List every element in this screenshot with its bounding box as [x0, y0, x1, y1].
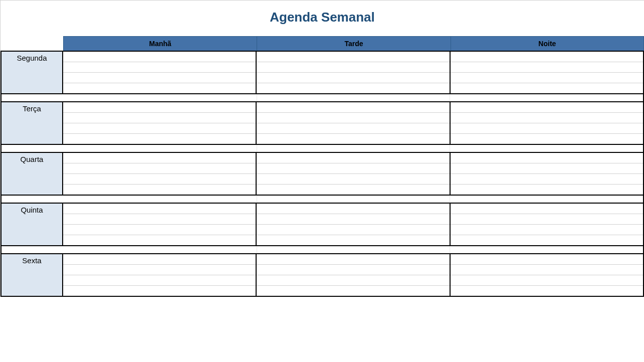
- slot-line[interactable]: [451, 254, 643, 265]
- slot-line[interactable]: [63, 286, 256, 296]
- day-block-sexta: Sexta: [1, 253, 644, 297]
- day-block-terca: Terça: [1, 101, 644, 152]
- slot-line[interactable]: [257, 185, 449, 195]
- slot-col-night[interactable]: [451, 204, 644, 245]
- slot-line[interactable]: [257, 204, 449, 214]
- slot-lines: [257, 52, 449, 93]
- slot-line[interactable]: [63, 265, 256, 275]
- slot-col-night[interactable]: [451, 254, 644, 296]
- slot-line[interactable]: [63, 153, 256, 163]
- day-spacer: [1, 145, 644, 152]
- slot-lines: [451, 153, 643, 195]
- slot-line[interactable]: [451, 214, 643, 225]
- slot-line[interactable]: [451, 204, 643, 214]
- slot-line[interactable]: [63, 275, 256, 286]
- slot-line[interactable]: [257, 52, 449, 62]
- slot-line[interactable]: [63, 83, 256, 93]
- slot-line[interactable]: [63, 62, 256, 73]
- slot-line[interactable]: [451, 286, 643, 296]
- slot-line[interactable]: [63, 225, 256, 235]
- slot-line[interactable]: [63, 174, 256, 185]
- slot-line[interactable]: [451, 73, 643, 83]
- slot-lines: [257, 254, 449, 296]
- slot-line[interactable]: [257, 62, 449, 73]
- slot-line[interactable]: [257, 174, 449, 185]
- slot-line[interactable]: [451, 185, 643, 195]
- weekly-agenda-sheet: Agenda Semanal Manhã Tarde Noite Segunda: [0, 0, 644, 297]
- slot-line[interactable]: [63, 254, 256, 265]
- slot-line[interactable]: [451, 235, 643, 245]
- slot-col-night[interactable]: [451, 153, 644, 195]
- slot-line[interactable]: [63, 52, 256, 62]
- day-spacer: [1, 196, 644, 203]
- slot-line[interactable]: [451, 153, 643, 163]
- slot-line[interactable]: [63, 235, 256, 245]
- slot-col-morning[interactable]: [63, 204, 257, 245]
- slot-col-afternoon[interactable]: [257, 102, 450, 144]
- day-label: Sexta: [22, 256, 41, 265]
- slot-col-night[interactable]: [451, 52, 644, 93]
- slot-line[interactable]: [257, 153, 449, 163]
- slot-col-morning[interactable]: [63, 52, 257, 93]
- period-header-morning: Manhã: [63, 36, 257, 51]
- slot-line[interactable]: [257, 225, 449, 235]
- page-title: Agenda Semanal: [270, 10, 375, 25]
- slot-line[interactable]: [257, 134, 449, 144]
- slot-line[interactable]: [257, 254, 449, 265]
- slot-line[interactable]: [63, 113, 256, 123]
- slot-col-afternoon[interactable]: [257, 204, 450, 245]
- slot-col-morning[interactable]: [63, 153, 257, 195]
- slot-line[interactable]: [451, 113, 643, 123]
- day-block-quarta: Quarta: [1, 152, 644, 203]
- slot-line[interactable]: [63, 214, 256, 225]
- slot-line[interactable]: [257, 214, 449, 225]
- slot-line[interactable]: [257, 286, 449, 296]
- slot-line[interactable]: [63, 163, 256, 174]
- slot-line[interactable]: [63, 73, 256, 83]
- day-grid: Quinta: [1, 203, 644, 246]
- slot-line[interactable]: [257, 163, 449, 174]
- slot-line[interactable]: [451, 174, 643, 185]
- slot-line[interactable]: [63, 134, 256, 144]
- slot-lines: [257, 204, 449, 245]
- slot-line[interactable]: [63, 123, 256, 134]
- slot-line[interactable]: [257, 83, 449, 93]
- slot-line[interactable]: [451, 62, 643, 73]
- slot-line[interactable]: [257, 275, 449, 286]
- slot-lines: [451, 52, 643, 93]
- day-grid: Quarta: [1, 152, 644, 196]
- slot-col-afternoon[interactable]: [257, 254, 450, 296]
- slot-lines: [63, 102, 256, 144]
- slot-line[interactable]: [451, 275, 643, 286]
- slot-line[interactable]: [257, 265, 449, 275]
- day-label-cell: Quarta: [1, 153, 63, 195]
- slot-line[interactable]: [63, 185, 256, 195]
- slot-line[interactable]: [451, 52, 643, 62]
- slot-line[interactable]: [451, 83, 643, 93]
- slot-col-night[interactable]: [451, 102, 644, 144]
- slot-line[interactable]: [257, 235, 449, 245]
- slot-line[interactable]: [63, 102, 256, 113]
- slot-col-afternoon[interactable]: [257, 153, 450, 195]
- slot-lines: [257, 153, 449, 195]
- day-label-cell: Sexta: [1, 254, 63, 296]
- slot-col-afternoon[interactable]: [257, 52, 450, 93]
- slot-line[interactable]: [257, 123, 449, 134]
- slot-line[interactable]: [451, 134, 643, 144]
- slot-line[interactable]: [451, 163, 643, 174]
- slot-col-morning[interactable]: [63, 254, 257, 296]
- slot-line[interactable]: [257, 73, 449, 83]
- slot-col-morning[interactable]: [63, 102, 257, 144]
- slot-line[interactable]: [451, 102, 643, 113]
- period-label: Noite: [538, 40, 556, 48]
- slot-line[interactable]: [451, 225, 643, 235]
- period-header-afternoon: Tarde: [257, 36, 450, 51]
- period-header-night: Noite: [451, 36, 644, 51]
- slot-line[interactable]: [63, 204, 256, 214]
- day-label-cell: Quinta: [1, 204, 63, 245]
- slot-line[interactable]: [257, 113, 449, 123]
- period-header-row: Manhã Tarde Noite: [1, 36, 644, 51]
- slot-line[interactable]: [451, 123, 643, 134]
- slot-line[interactable]: [257, 102, 449, 113]
- slot-line[interactable]: [451, 265, 643, 275]
